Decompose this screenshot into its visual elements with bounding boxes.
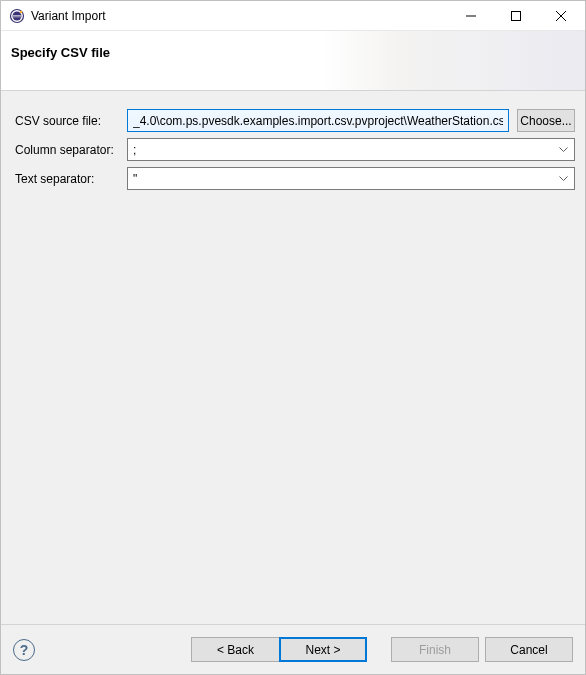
- chevron-down-icon: [559, 176, 568, 182]
- svg-rect-6: [511, 11, 520, 20]
- wizard-content: CSV source file: Choose... Column separa…: [1, 91, 585, 624]
- column-separator-label: Column separator:: [15, 143, 123, 157]
- wizard-header: Specify CSV file: [1, 31, 585, 91]
- back-button[interactable]: < Back: [191, 637, 279, 662]
- chevron-down-icon: [559, 147, 568, 153]
- text-separator-label: Text separator:: [15, 172, 123, 186]
- finish-button[interactable]: Finish: [391, 637, 479, 662]
- page-title: Specify CSV file: [11, 45, 569, 60]
- wizard-buttons: < Back Next > Finish Cancel: [191, 637, 573, 662]
- minimize-button[interactable]: [448, 1, 493, 30]
- choose-button[interactable]: Choose...: [517, 109, 575, 132]
- csv-source-label: CSV source file:: [15, 114, 123, 128]
- text-separator-value: ": [133, 172, 137, 186]
- next-button[interactable]: Next >: [279, 637, 367, 662]
- csv-source-row: CSV source file: Choose...: [15, 109, 575, 132]
- nav-button-group: < Back Next >: [191, 637, 367, 662]
- eclipse-icon: [9, 8, 25, 24]
- column-separator-row: Column separator: ;: [15, 138, 575, 161]
- csv-source-input[interactable]: [127, 109, 509, 132]
- svg-rect-3: [13, 15, 21, 16]
- text-separator-row: Text separator: ": [15, 167, 575, 190]
- column-separator-value: ;: [133, 143, 136, 157]
- titlebar: Variant Import: [1, 1, 585, 31]
- window-title: Variant Import: [31, 9, 448, 23]
- svg-rect-4: [13, 16, 21, 17]
- cancel-button[interactable]: Cancel: [485, 637, 573, 662]
- column-separator-select[interactable]: ;: [127, 138, 575, 161]
- window-controls: [448, 1, 583, 30]
- svg-point-2: [20, 10, 23, 13]
- wizard-footer: ? < Back Next > Finish Cancel: [1, 624, 585, 674]
- text-separator-select[interactable]: ": [127, 167, 575, 190]
- close-button[interactable]: [538, 1, 583, 30]
- maximize-button[interactable]: [493, 1, 538, 30]
- help-icon[interactable]: ?: [13, 639, 35, 661]
